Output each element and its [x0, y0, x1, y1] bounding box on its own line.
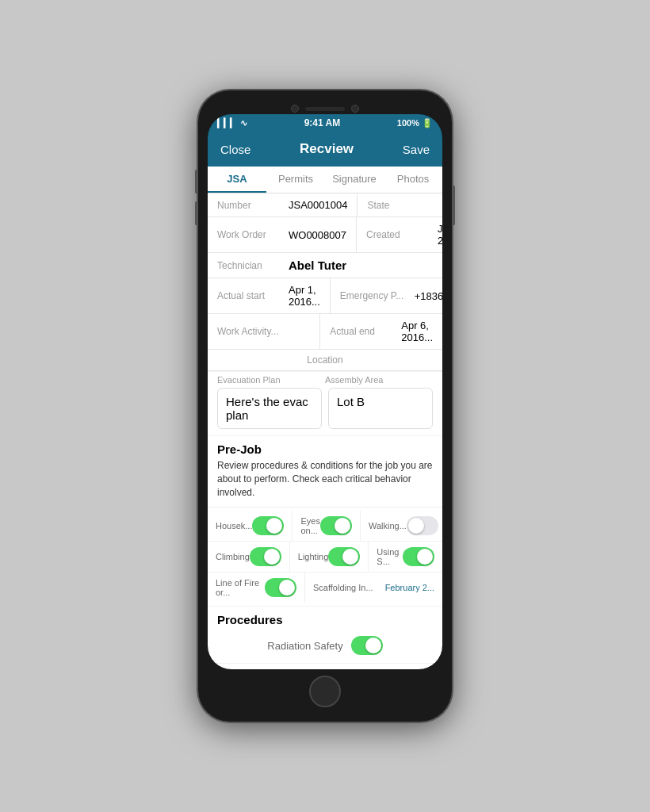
- emergency-value: +18362...: [415, 290, 442, 302]
- location-row: Location: [208, 350, 442, 371]
- toggle-line-of-fire-label: Line of Fire or...: [216, 578, 265, 597]
- phone-frame: ▎▎▎ ∿ 9:41 AM 100% 🔋 Close Recview Save …: [198, 90, 452, 722]
- actual-end-field: Actual end Apr 6, 2016...: [320, 314, 442, 349]
- battery-indicator: 100% 🔋: [397, 118, 433, 128]
- nav-title: Recview: [300, 141, 354, 157]
- toggle-scaffolding-label: Scaffolding In...: [313, 583, 373, 592]
- toggle-eyes-on: Eyes on...: [292, 511, 360, 541]
- toggle-walking-label: Walking...: [369, 521, 407, 530]
- toggle-using-s: Using S...: [369, 542, 442, 572]
- assembly-area-label: Assembly Area: [325, 375, 433, 385]
- ergonomics-section: Ergonomics-Posture Break from re... Wris…: [208, 664, 442, 669]
- screen: ▎▎▎ ∿ 9:41 AM 100% 🔋 Close Recview Save …: [208, 114, 442, 669]
- work-activity-label: Work Activity...: [217, 326, 289, 337]
- tab-bar: JSA Permits Signature Photos: [208, 167, 442, 193]
- actual-start-value: Apr 1, 2016...: [289, 284, 320, 308]
- evac-plan-input[interactable]: Here's the evac plan: [217, 388, 322, 429]
- procedures-section: Procedures Radiation Safety: [208, 607, 442, 663]
- toggle-using-s-label: Using S...: [377, 547, 403, 566]
- toggle-eyes-on-label: Eyes on...: [300, 516, 319, 535]
- sensor: [351, 105, 359, 113]
- technician-value: Abel Tuter: [289, 259, 346, 272]
- bottom-bezel: [208, 669, 442, 712]
- ergonomics-header: Ergonomics-Posture: [208, 664, 442, 669]
- toggle-walking: Walking...: [361, 511, 442, 541]
- power-button[interactable]: [453, 186, 455, 225]
- workorder-created-row: Work Order WO0008007 Created Jun 7, 2017…: [208, 217, 442, 253]
- procedures-row: Radiation Safety: [208, 631, 442, 663]
- tab-photos[interactable]: Photos: [384, 167, 442, 193]
- pre-job-header: Pre-Job: [208, 436, 442, 459]
- location-label: Location: [307, 354, 342, 366]
- toggle-scaffolding: Scaffolding In... February 2...: [305, 573, 442, 603]
- emergency-field[interactable]: Emergency P... +18362... 📞: [331, 278, 442, 313]
- toggle-line-of-fire: Line of Fire or...: [208, 573, 305, 603]
- speaker: [305, 107, 345, 111]
- state-field[interactable]: State Open ▼: [358, 193, 442, 216]
- close-button[interactable]: Close: [220, 143, 250, 156]
- number-state-row: Number JSA0001004 State Open ▼: [208, 193, 442, 217]
- home-button[interactable]: [309, 676, 341, 707]
- work-activity-field[interactable]: Work Activity...: [208, 314, 320, 349]
- camera: [291, 105, 299, 113]
- wifi-icon: ∿: [240, 118, 247, 128]
- number-state-section: Number JSA0001004 State Open ▼ Work Orde…: [208, 193, 442, 371]
- toggle-grid: Housek... Eyes on... Walking...: [208, 508, 442, 606]
- tab-permits[interactable]: Permits: [266, 167, 325, 193]
- workorder-field: Work Order WO0008007: [208, 217, 357, 252]
- created-field: Created Jun 7, 2017...: [357, 217, 442, 252]
- number-label: Number: [217, 200, 289, 211]
- time-display: 9:41 AM: [304, 117, 341, 128]
- save-button[interactable]: Save: [403, 143, 430, 156]
- toggle-climbing-switch[interactable]: [250, 547, 281, 566]
- volume-up-button[interactable]: [195, 170, 197, 193]
- status-bar: ▎▎▎ ∿ 9:41 AM 100% 🔋: [208, 114, 442, 132]
- assembly-area-value: Lot B: [337, 395, 365, 408]
- toggle-line-of-fire-switch[interactable]: [265, 578, 296, 597]
- work-activity-actual-end-row: Work Activity... Actual end Apr 6, 2016.…: [208, 314, 442, 350]
- toggle-climbing-label: Climbing: [216, 552, 250, 561]
- navigation-bar: Close Recview Save: [208, 132, 442, 167]
- created-label: Created: [366, 229, 438, 240]
- state-value: Open: [442, 199, 442, 211]
- toggle-lighting-label: Lighting: [298, 552, 329, 561]
- assembly-area-input[interactable]: Lot B: [328, 388, 433, 429]
- volume-down-button[interactable]: [195, 201, 197, 225]
- actual-end-value: Apr 6, 2016...: [401, 320, 433, 343]
- number-field: Number JSA0001004: [208, 193, 358, 216]
- battery-percent: 100%: [397, 118, 419, 128]
- toggle-row-1: Housek... Eyes on... Walking...: [208, 511, 442, 542]
- technician-label: Technician: [217, 260, 289, 271]
- tab-jsa[interactable]: JSA: [208, 167, 266, 193]
- workorder-label: Work Order: [217, 229, 289, 240]
- state-label: State: [367, 200, 438, 211]
- toggle-walking-switch[interactable]: [407, 516, 438, 535]
- toggle-climbing: Climbing: [208, 542, 290, 572]
- actual-start-label: Actual start: [217, 290, 289, 301]
- battery-icon: 🔋: [422, 118, 433, 128]
- emergency-label: Emergency P...: [340, 290, 411, 301]
- scaffolding-date: February 2...: [385, 583, 434, 592]
- procedures-header: Procedures: [208, 607, 442, 631]
- actual-end-label: Actual end: [330, 326, 401, 337]
- workorder-value: WO0008007: [289, 229, 346, 241]
- cellular-icon: ▎▎▎: [217, 118, 236, 128]
- toggle-housekeeping: Housek...: [208, 511, 292, 541]
- created-value: Jun 7, 2017...: [438, 223, 442, 247]
- actual-start-emergency-row: Actual start Apr 1, 2016... Emergency P.…: [208, 278, 442, 314]
- toggle-row-2: Climbing Lighting Using S...: [208, 542, 442, 573]
- number-value: JSA0001004: [289, 199, 347, 211]
- actual-start-field: Actual start Apr 1, 2016...: [208, 278, 331, 313]
- evac-plan-label: Evacuation Plan: [217, 375, 325, 385]
- tab-signature[interactable]: Signature: [325, 167, 384, 193]
- toggle-housekeeping-switch[interactable]: [252, 516, 284, 535]
- toggle-lighting-switch[interactable]: [328, 547, 360, 566]
- toggle-housekeeping-label: Housek...: [216, 521, 252, 530]
- signal-indicator: ▎▎▎ ∿: [217, 118, 247, 128]
- toggle-row-3: Line of Fire or... Scaffolding In... Feb…: [208, 573, 442, 603]
- toggle-using-s-switch[interactable]: [403, 547, 434, 566]
- radiation-safety-toggle[interactable]: [351, 636, 383, 655]
- pre-job-section: Pre-Job Review procedures & conditions f…: [208, 436, 442, 606]
- top-bezel: [208, 100, 442, 114]
- toggle-eyes-on-switch[interactable]: [320, 516, 352, 535]
